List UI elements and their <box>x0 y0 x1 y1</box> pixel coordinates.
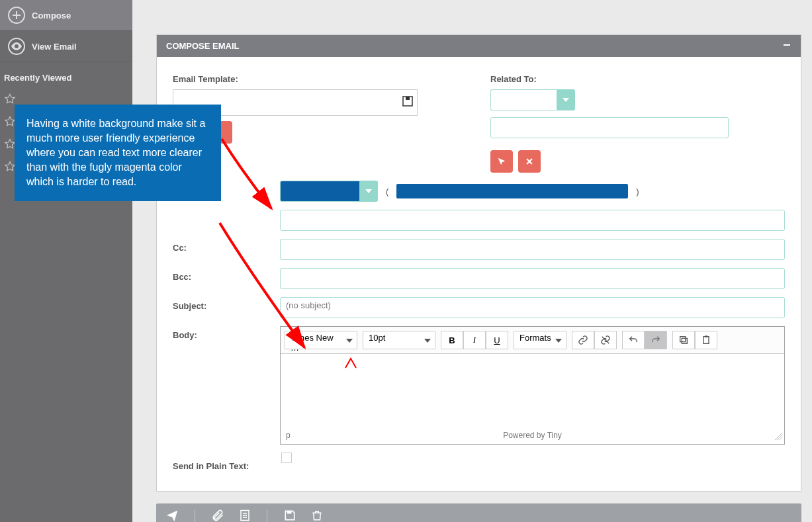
related-to-input[interactable] <box>490 117 729 138</box>
rich-text-editor: Times New … 10pt B I U Formats <box>280 326 785 445</box>
editor-statusbar: p Powered by Tiny <box>281 427 784 444</box>
label-email-template: Email Template: <box>173 74 464 84</box>
label-related-to: Related To: <box>490 74 785 84</box>
arrow-annotation <box>218 222 344 380</box>
send-button[interactable] <box>165 509 179 523</box>
sidebar-label-view-email: View Email <box>32 42 77 52</box>
editor-status-tag: p <box>286 431 291 440</box>
redo-button[interactable] <box>645 331 667 349</box>
footer-action-bar <box>156 503 801 522</box>
panel-title: COMPOSE EMAIL <box>166 41 240 51</box>
sidebar: Compose View Email Recently Viewed A A A <box>0 0 132 522</box>
svg-rect-2 <box>406 97 410 100</box>
formats-select[interactable]: Formats <box>514 331 566 349</box>
panel-header: COMPOSE EMAIL <box>157 35 801 57</box>
chevron-down-icon[interactable] <box>557 89 575 110</box>
related-to-type-select[interactable] <box>490 89 785 110</box>
tooltip-callout: Having a white background make sit a muc… <box>15 105 221 201</box>
subject-input[interactable]: (no subject) <box>280 297 785 318</box>
minimize-icon[interactable] <box>782 40 791 52</box>
cc-input[interactable] <box>280 239 785 260</box>
sidebar-item-compose[interactable]: Compose <box>0 0 132 31</box>
undo-button[interactable] <box>622 331 645 349</box>
pointer-button[interactable] <box>490 150 513 173</box>
remove-button[interactable] <box>518 150 541 173</box>
font-size-select[interactable]: 10pt <box>363 331 435 349</box>
paste-button[interactable] <box>695 331 717 349</box>
compose-icon <box>8 7 25 24</box>
divider <box>267 509 267 522</box>
label-plain-text: Send in Plain Text: <box>173 457 280 471</box>
svg-rect-8 <box>287 511 292 513</box>
svg-rect-0 <box>784 44 790 46</box>
svg-rect-5 <box>703 337 709 344</box>
svg-rect-4 <box>680 337 686 342</box>
resize-handle-icon[interactable] <box>775 433 783 443</box>
eye-icon <box>8 38 25 55</box>
to-input[interactable] <box>280 210 785 231</box>
delete-button[interactable] <box>311 509 323 523</box>
plain-text-checkbox[interactable] <box>281 453 292 463</box>
underline-button[interactable]: U <box>486 331 508 349</box>
redacted-email-address <box>396 184 628 198</box>
divider <box>195 509 195 522</box>
bold-button[interactable]: B <box>441 331 463 349</box>
save-icon[interactable] <box>402 96 413 109</box>
chevron-down-icon[interactable] <box>359 181 378 202</box>
svg-rect-3 <box>682 338 687 343</box>
unlink-button[interactable] <box>594 331 617 349</box>
powered-by-tiny: Powered by Tiny <box>503 431 562 440</box>
save-draft-button[interactable] <box>283 509 296 523</box>
copy-button[interactable] <box>672 331 695 349</box>
bcc-input[interactable] <box>280 268 785 289</box>
sidebar-item-view-email[interactable]: View Email <box>0 31 132 62</box>
sidebar-label-compose: Compose <box>32 11 71 21</box>
recently-viewed-title: Recently Viewed <box>0 62 132 88</box>
star-icon <box>4 93 16 105</box>
italic-button[interactable]: I <box>463 331 486 349</box>
red-caret-icon <box>344 357 357 371</box>
attachment-button[interactable] <box>211 509 224 523</box>
document-button[interactable] <box>239 509 251 523</box>
editor-toolbar: Times New … 10pt B I U Formats <box>281 327 784 354</box>
svg-rect-6 <box>705 335 707 337</box>
link-button[interactable] <box>572 331 594 349</box>
